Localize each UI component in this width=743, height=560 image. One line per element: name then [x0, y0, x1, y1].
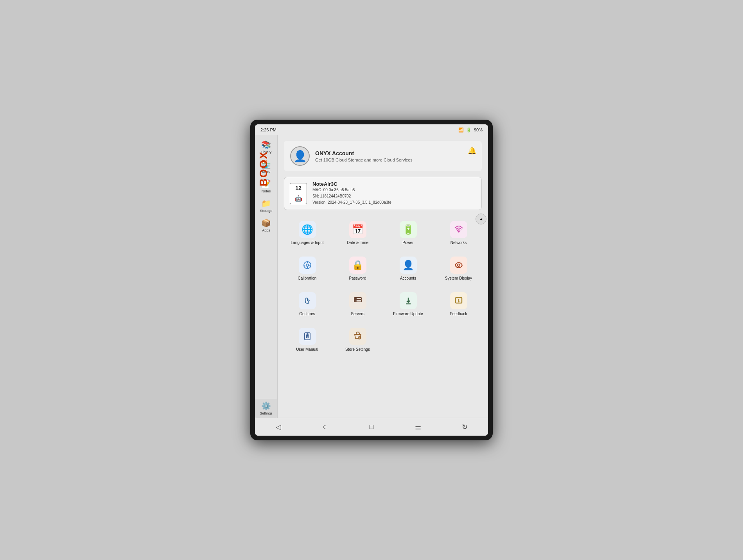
setting-accounts[interactable]: 👤 Accounts: [385, 253, 431, 284]
sidebar-item-storage[interactable]: 📁 Storage: [255, 196, 277, 215]
account-card[interactable]: 👤 ONYX Account Get 10GB Cloud Storage an…: [284, 141, 482, 171]
device-screen: 2:26 PM 📶 🔋 90% 📚 Library 🏪 Store: [255, 124, 488, 436]
languages-icon: 🌐: [299, 221, 316, 238]
nav-home[interactable]: ○: [317, 419, 333, 435]
library-icon: 📚: [261, 140, 271, 149]
gestures-icon: [299, 292, 316, 309]
device-mac: MAC: 00:0a:36:a5:5a:b5: [312, 187, 391, 193]
refresh-icon: ↻: [462, 423, 468, 431]
nav-refresh[interactable]: ↻: [457, 419, 472, 435]
setting-label-store-settings: Store Settings: [345, 347, 370, 352]
settings-grid-row4: ? User Manual: [284, 324, 482, 355]
setting-label-user-manual: User Manual: [296, 347, 318, 352]
svg-point-11: [355, 301, 356, 302]
setting-label-power: Power: [402, 241, 413, 245]
avatar-icon: 👤: [293, 150, 307, 163]
float-button[interactable]: ◀: [476, 214, 486, 224]
svg-point-2: [306, 264, 309, 266]
svg-point-15: [458, 302, 459, 302]
back-icon: ◁: [276, 423, 281, 431]
android-icon: 🤖: [294, 195, 302, 202]
status-bar: 2:26 PM 📶 🔋 90%: [255, 124, 488, 135]
setting-system-display[interactable]: System Display: [435, 253, 482, 284]
device-info-card: 12 🤖 NoteAir3C MAC: 00:0a:36:a5:5a:b5 SN…: [284, 177, 482, 210]
setting-label-gestures: Gestures: [299, 312, 315, 316]
device-sn: SN: 118124424B0702: [312, 193, 391, 199]
svg-text:?: ?: [307, 333, 309, 336]
password-icon: 🔒: [349, 257, 366, 274]
settings-grid-row1: 🌐 Languages & Input 📅 Date & Time 🔋 Powe…: [284, 217, 482, 249]
setting-firmware[interactable]: Firmware Update: [385, 288, 431, 320]
svg-point-7: [458, 264, 460, 266]
servers-icon: [349, 292, 366, 309]
battery-icon: 🔋: [466, 127, 472, 133]
account-subtitle: Get 10GB Cloud Storage and more Cloud Se…: [315, 158, 413, 162]
device-version: Version: 2024-04-23_17-35_3.5.1_82d03a3f…: [312, 199, 391, 206]
setting-servers[interactable]: Servers: [334, 288, 381, 320]
calibration-icon: [299, 257, 316, 274]
device-number: 12: [295, 185, 302, 191]
setting-gestures[interactable]: Gestures: [284, 288, 330, 320]
setting-password[interactable]: 🔒 Password: [334, 253, 381, 284]
account-info: ONYX Account Get 10GB Cloud Storage and …: [315, 150, 413, 162]
device-frame: BOOX 2:26 PM 📶 🔋 90% 📚 Library 🏪 Store: [250, 120, 493, 440]
setting-label-languages: Languages & Input: [291, 241, 324, 245]
networks-icon: [450, 221, 467, 238]
svg-point-10: [355, 298, 356, 299]
setting-label-servers: Servers: [351, 312, 364, 316]
setting-label-calibration: Calibration: [298, 276, 317, 280]
setting-label-password: Password: [349, 276, 366, 280]
settings-grid-row3: Gestures Servers: [284, 288, 482, 320]
filter-icon: ⚌: [415, 423, 421, 431]
nav-recent[interactable]: □: [364, 419, 379, 435]
sidebar-label-settings: Settings: [260, 411, 273, 415]
bottom-nav: ◁ ○ □ ⚌ ↻: [255, 418, 488, 436]
avatar: 👤: [290, 146, 310, 166]
device-name: NoteAir3C: [312, 181, 391, 187]
firmware-icon: [400, 292, 417, 309]
settings-icon: ⚙️: [261, 401, 271, 411]
feedback-icon: [450, 292, 467, 309]
content-panel: ◀ 👤 ONYX Account Get 10GB Cloud Storage …: [278, 135, 488, 418]
status-time: 2:26 PM: [260, 127, 276, 132]
setting-label-accounts: Accounts: [400, 276, 416, 280]
setting-user-manual[interactable]: ? User Manual: [284, 324, 330, 355]
setting-label-networks: Networks: [450, 241, 467, 245]
sidebar-label-storage: Storage: [260, 209, 273, 213]
device-icon: 12 🤖: [290, 183, 307, 204]
setting-power[interactable]: 🔋 Power: [385, 217, 431, 249]
sidebar-item-apps[interactable]: 📦 Apps: [255, 216, 277, 235]
setting-label-feedback: Feedback: [450, 312, 467, 316]
power-icon: 🔋: [400, 221, 417, 238]
apps-icon: 📦: [261, 218, 271, 228]
nav-back[interactable]: ◁: [271, 419, 286, 435]
battery-percent: 90%: [474, 127, 483, 132]
datetime-icon: 📅: [349, 221, 366, 238]
account-title: ONYX Account: [315, 150, 413, 156]
sidebar-label-apps: Apps: [262, 228, 270, 232]
setting-label-firmware: Firmware Update: [393, 312, 423, 316]
setting-store-settings[interactable]: Store Settings: [334, 324, 381, 355]
nav-filter[interactable]: ⚌: [410, 419, 426, 435]
setting-networks[interactable]: Networks: [435, 217, 482, 249]
store-settings-icon: [349, 328, 366, 345]
setting-label-system-display: System Display: [445, 276, 472, 280]
home-icon: ○: [323, 423, 327, 431]
main-area: 📚 Library 🏪 Store 📝 Notes 📁 Storage 📦: [255, 135, 488, 418]
setting-datetime[interactable]: 📅 Date & Time: [334, 217, 381, 249]
setting-languages[interactable]: 🌐 Languages & Input: [284, 217, 330, 249]
settings-grid-row2: Calibration 🔒 Password 👤 Accounts: [284, 253, 482, 284]
sidebar-label-notes: Notes: [262, 189, 271, 193]
setting-label-datetime: Date & Time: [347, 241, 368, 245]
bell-icon[interactable]: 🔔: [468, 146, 476, 155]
brand-logo: BOOX: [257, 151, 270, 186]
sidebar-item-settings[interactable]: ⚙️ Settings: [255, 399, 277, 418]
storage-icon: 📁: [261, 199, 271, 208]
accounts-icon: 👤: [400, 257, 417, 274]
user-manual-icon: ?: [299, 328, 316, 345]
svg-point-0: [458, 231, 459, 232]
wifi-icon: 📶: [458, 127, 464, 133]
setting-feedback[interactable]: Feedback: [435, 288, 482, 320]
setting-calibration[interactable]: Calibration: [284, 253, 330, 284]
device-details: NoteAir3C MAC: 00:0a:36:a5:5a:b5 SN: 118…: [312, 181, 391, 206]
